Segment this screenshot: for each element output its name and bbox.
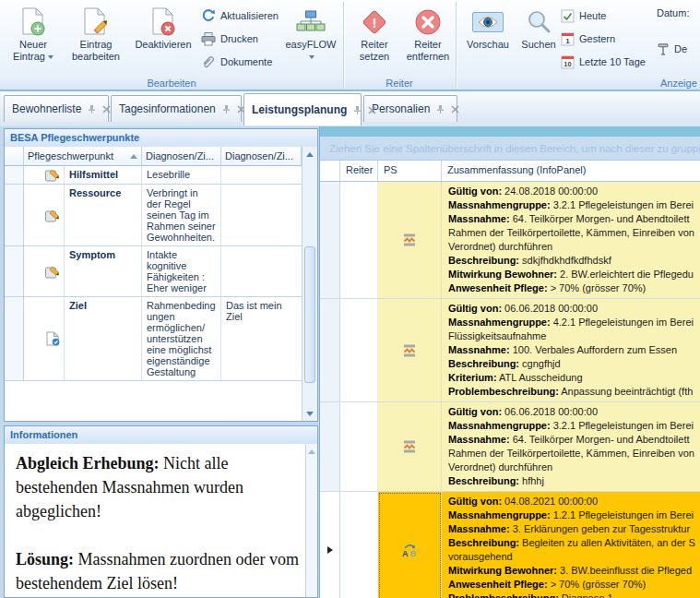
diagnose-text-1: Lesebrille (142, 166, 221, 185)
documents-button[interactable]: Dokumente (201, 52, 272, 72)
ps-cell report-icon (378, 182, 442, 298)
pin-icon[interactable] (222, 104, 231, 114)
massnahme-row[interactable]: Gültig von: 24.08.2018 00:00:00Massnahme… (320, 182, 700, 299)
pin-icon[interactable] (353, 105, 362, 115)
reiter-cell (340, 299, 378, 401)
preview-label: Vorschau (467, 39, 509, 50)
doc-edit-icon (83, 6, 109, 39)
besa-panel-title: BESA Pflegeschwerpunkte (5, 129, 317, 148)
summary-line: Beschreibung: hfhhj (448, 474, 700, 488)
grid-rows-container: Gültig von: 24.08.2018 00:00:00Massnahme… (320, 182, 700, 598)
column-header-diagnosen-1[interactable]: Diagnosen/Zi... (142, 147, 221, 166)
print-button[interactable]: Drucken (201, 29, 258, 49)
remove-tab-button[interactable]: Reiter entfernen (400, 4, 456, 74)
dropdown-arrow-icon (309, 55, 314, 59)
header-indicator-cell (320, 161, 340, 181)
de-label: De (674, 43, 687, 54)
pflegeschwerpunkt-row[interactable]: SymptomIntakte kognitive Fähigkeiten : E… (5, 246, 302, 297)
column-header-ps[interactable]: PS (378, 161, 442, 181)
ps-cell report-icon (378, 402, 442, 491)
search-label: Suchen (521, 39, 555, 50)
table-body: HilfsmittelLesebrilleRessourceVerbringt … (5, 166, 302, 381)
tab-tagesinformationen[interactable]: Tagesinformationen (111, 95, 242, 122)
column-header-reiter[interactable]: Reiter (340, 161, 378, 181)
ribbon-toolbar: Neuer Eintrag Eintrag bearbeiten Deaktiv… (0, 0, 700, 91)
active-document-bar (320, 126, 700, 137)
deactivate-button[interactable]: Deaktivieren (129, 4, 197, 74)
pflegeschwerpunkt-table: Pflegeschwerpunkt Diagnosen/Zi... Diagno… (5, 147, 302, 421)
besa-table-scrollbar[interactable] (302, 147, 317, 421)
diagnose-text-2 (221, 185, 302, 246)
yesterday-button[interactable]: 1 Gestern (561, 29, 615, 49)
zusammenfassung-cell: Gültig von: 06.06.2018 00:00:00Massnahme… (442, 299, 700, 401)
summary-line: Massnahmengruppe: 1.2.1 Pflegeleistungen… (448, 508, 700, 522)
scrollbar-thumb[interactable] (304, 246, 315, 383)
summary-line: Rahmen der Teilkörpertoilette, Kämmen, E… (448, 226, 700, 240)
schwerpunkt-type: Symptom (65, 246, 142, 297)
info-paragraph: Lösung: Massnahmen zuordnen oder vom bes… (16, 547, 302, 595)
summary-line: Massnahme: 100. Verbales Auffordern zum … (448, 343, 700, 357)
summary-line: Massnahme: 3. Erklärungen geben zur Tage… (448, 522, 700, 536)
scroll-up-button[interactable] (306, 444, 317, 459)
today-button[interactable]: Heute (561, 6, 606, 26)
refresh-label: Aktualisieren (220, 10, 279, 21)
zusammenfassung-cell: Gültig von: 06.06.2018 00:00:00Massnahme… (442, 402, 700, 491)
search-button[interactable]: Suchen (516, 4, 561, 74)
last-10-days-button[interactable]: 10 Letzte 10 Tage (561, 52, 646, 72)
pflegeschwerpunkt-row[interactable]: RessourceVerbringt in der Regel seinen T… (5, 185, 302, 246)
last-10-days-label: Letzte 10 Tage (579, 56, 646, 67)
tab-personalien[interactable]: Personalien (363, 95, 457, 122)
scroll-up-button[interactable] (303, 147, 317, 161)
tab-bewohnerliste[interactable]: Bewohnerliste (4, 95, 109, 122)
row-indicator-cell (5, 185, 24, 246)
doc-check-icon (24, 297, 65, 381)
edit-entry-button[interactable]: Eintrag bearbeiten (65, 4, 127, 74)
pflegeschwerpunkt-row[interactable]: HilfsmittelLesebrille (5, 166, 302, 185)
doc-new-icon (21, 6, 45, 39)
set-tab-button[interactable]: ! Reiter setzen (350, 4, 398, 74)
svg-text:B: B (410, 549, 417, 557)
summary-line: Gültig von: 06.06.2018 00:00:00 (448, 405, 700, 419)
easyflow-icon (296, 6, 326, 39)
column-header-diagnosen-2[interactable]: Diagnosen/Zi... (221, 147, 302, 166)
close-icon[interactable] (451, 105, 459, 114)
zusammenfassung-cell: Gültig von: 24.08.2018 00:00:00Massnahme… (442, 182, 700, 298)
diagnose-text-2 (221, 246, 302, 297)
massnahme-row[interactable]: Gültig von: 06.06.2018 00:00:00Massnahme… (320, 402, 700, 492)
pin-icon[interactable] (88, 104, 96, 114)
ps-cell ab-icon: AB (378, 492, 442, 598)
diagnose-text-2 (221, 166, 302, 185)
deactivate-label: Deaktivieren (135, 39, 191, 50)
schwerpunkt-type: Ressource (65, 185, 142, 246)
close-icon[interactable] (368, 106, 376, 114)
reiter-cell (340, 402, 378, 491)
diagnose-text-2: Das ist mein Ziel (221, 297, 302, 381)
scroll-down-button[interactable] (303, 406, 317, 421)
massnahme-row-selected[interactable]: ABGültig von: 04.08.2021 00:00:00Massnah… (320, 492, 700, 598)
summary-line: Flüssigkeitsaufnahme (448, 329, 700, 343)
sort-ascending-icon (130, 154, 137, 159)
column-header-zusammenfassung[interactable]: Zusammenfassung (InfoPanel) (442, 161, 700, 181)
massnahme-row[interactable]: Gültig von: 06.06.2018 00:00:00Massnahme… (320, 299, 700, 402)
easyflow-button[interactable]: easyFLOW (282, 4, 339, 74)
set-tab-label-line2: setzen (360, 51, 389, 62)
pflegeschwerpunkt-row[interactable]: ZielRahmenbeding ungen ermöglichen/ unte… (5, 297, 302, 381)
refresh-button[interactable]: Aktualisieren (201, 6, 279, 26)
yesterday-label: Gestern (579, 33, 615, 44)
column-header-pflegeschwerpunkt[interactable]: Pflegeschwerpunkt (24, 147, 142, 166)
de-button[interactable]: De (657, 39, 687, 59)
new-entry-button[interactable]: Neuer Eintrag (6, 4, 61, 74)
print-label: Drucken (220, 33, 258, 44)
group-by-drop-area[interactable]: Ziehen Sie eine Spaltenüberschrift in di… (320, 137, 700, 161)
informationen-scrollbar[interactable] (305, 444, 317, 597)
edit-icon (24, 166, 65, 185)
preview-button[interactable]: Vorschau (461, 4, 515, 74)
schwerpunkt-type: Ziel (65, 297, 142, 381)
calendar-check-icon (561, 9, 575, 23)
circle-x-icon (413, 6, 443, 39)
doc-deactivate-icon (151, 6, 175, 39)
new-entry-label-line2: Eintrag (13, 51, 45, 62)
tab-leistungsplanung[interactable]: Leistungsplanung (243, 93, 362, 126)
search-icon (526, 6, 552, 39)
pin-icon[interactable] (436, 104, 445, 114)
